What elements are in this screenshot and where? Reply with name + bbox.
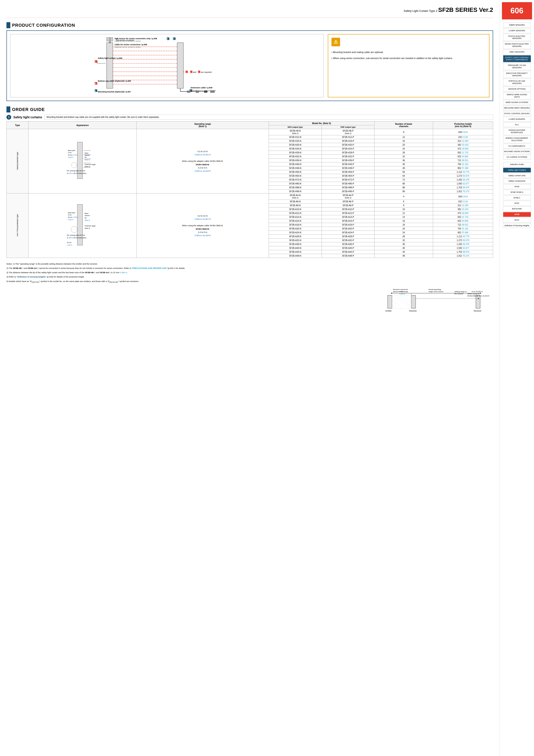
channels: 14 <box>374 215 433 219</box>
model-npn: SF2B-A40-N <box>268 246 322 250</box>
model-npn: SF2B-H24-N <box>268 147 322 151</box>
note-3: 3) The distance between the tip of the s… <box>7 271 493 274</box>
model-pnp: SF2B-H48-P <box>322 166 374 170</box>
sidebar-item-fa[interactable]: FA COMPONENTS <box>503 144 531 148</box>
sidebar-item-sf4d[interactable]: SF4D <box>503 184 531 189</box>
svg-text:40 mm 1.575 in: 40 mm 1.575 in <box>68 217 78 218</box>
sidebar-item-energy[interactable]: ENERGY MANAGEMENT SOLUTIONS <box>503 136 531 143</box>
sidebar-item-micro[interactable]: MICRO PHOTO-ELECTRIC SENSORS <box>503 41 531 49</box>
svg-text:2: 2 <box>190 71 191 73</box>
col-height: Protective height(mm in) (Note 4) <box>433 122 493 129</box>
model-pnp: SF2B-H24-P <box>322 147 374 151</box>
model-pnp: SF2B-A12-P <box>322 211 374 215</box>
model-pnp: SF2B-H28-P <box>322 151 374 155</box>
svg-text:placed in this range: placed in this range <box>393 291 408 293</box>
model-npn: SF2B-H28-N <box>268 151 322 155</box>
svg-rect-13 <box>107 38 113 41</box>
order-table: Type Appearance Operating range(Note 1) … <box>7 121 493 258</box>
sidebar-item-laser[interactable]: LASER SENSORS <box>503 28 531 33</box>
svg-text:Protective height: Protective height <box>85 225 95 227</box>
sidebar-item-sf2c[interactable]: SF2C <box>503 218 531 223</box>
svg-rect-95 <box>476 295 480 308</box>
model-pnp: SF2B-A48-P <box>322 254 374 258</box>
sidebar-item-safety-control-units[interactable]: Safety Control Units <box>503 173 531 178</box>
range-diagram-svg: Emitter Receiver Receiver <box>386 287 493 315</box>
svg-text:Setting range of: Setting range of <box>454 291 467 293</box>
sidebar-item-sensor-options[interactable]: SENSOR OPTIONS <box>503 87 531 92</box>
model-pnp: SF2B-H80-P <box>322 182 374 186</box>
channels: 40 <box>374 162 433 166</box>
model-pnp: SF2B-H20-P <box>322 143 374 147</box>
svg-text:the receiver: the receiver <box>454 293 463 295</box>
sidebar-item-safety-curtain[interactable]: SAFETY LIGHT CURTAIN / SAFETY COMPONENTS <box>503 55 531 63</box>
svg-text:6 mm: 6 mm <box>68 152 72 153</box>
channels: 16 <box>374 219 433 223</box>
model-pnp: SF2B-A14-P <box>322 215 374 219</box>
channels: 96 <box>374 190 433 194</box>
height: 1,112 43.779 <box>433 235 493 238</box>
sidebar-item-particular[interactable]: PARTICULAR USE SENSORS <box>503 79 531 86</box>
svg-text:channel: channel <box>85 215 90 216</box>
config-diagram: ⑥ Sub-sensor connector 1 <box>10 34 323 97</box>
height: 552 21.732 <box>433 151 493 155</box>
svg-text:(Note 3): (Note 3) <box>85 159 90 161</box>
col-op-range: Operating range(Note 1) <box>137 122 269 129</box>
sidebar-item-laser-markers[interactable]: LASER MARKERS <box>503 117 531 122</box>
channels: 8 <box>374 203 433 207</box>
sidebar-item-measurement[interactable]: MEASURE-MENT SENSORS <box>503 106 531 111</box>
height: 1,112 43.779 <box>433 170 493 174</box>
svg-text:13 m 42.651 ft: 13 m 42.651 ft <box>471 291 483 293</box>
svg-text:6 mm: 6 mm <box>68 214 72 216</box>
page-header: Safety Light Curtain Type 2 SF2B SERIES … <box>7 4 493 18</box>
sidebar-item-definition[interactable]: Definition of Sensing Heights <box>503 223 531 228</box>
model-pnp: SF2B-A28-P <box>322 235 374 238</box>
svg-rect-75 <box>77 204 83 245</box>
height: 312 12.283 <box>433 139 493 143</box>
svg-rect-91 <box>388 295 392 308</box>
sidebar-item-simple-wire[interactable]: SIMPLE WIRE-SAVING UNITS <box>503 92 531 99</box>
sidebar-item-wire-saving[interactable]: WIRE-SAVING SYSTEMS <box>503 100 531 105</box>
sidebar-item-inductive[interactable]: INDUCTIVE PROXIMITY SENSORS <box>503 71 531 78</box>
height: 232 9.134 <box>433 135 493 139</box>
svg-text:SF2B-CB05-B: 5 m 16.404 ft: SF2B-CB05-B: 5 m 16.404 ft <box>467 295 490 297</box>
config-note-1: • Mounting bracket and mating cable are … <box>331 50 486 55</box>
model-pnp: SF2B-H88-P <box>322 186 374 190</box>
sidebar-item-hmi[interactable]: HUMAN MACHINE INTERFACES <box>503 128 531 135</box>
svg-text:1.024 in: 1.024 in <box>67 244 72 246</box>
svg-marker-106 <box>480 293 481 294</box>
sidebar-item-fiber[interactable]: FIBER SENSORS <box>503 23 531 28</box>
sidebar-item-uv[interactable]: UV CURING SYSTEMS <box>503 155 531 160</box>
model-npn: SF2B-H88-N <box>268 186 322 190</box>
sidebar-item-safety-light-curtains[interactable]: Safety Light Curtains <box>503 168 531 173</box>
sidebar-item-static[interactable]: STATIC CONTROL DEVICES <box>503 111 531 116</box>
model-pnp: SF2B-H96-P <box>322 190 374 194</box>
svg-text:Protective height: Protective height <box>85 164 95 166</box>
svg-text:3: 3 <box>198 71 199 73</box>
svg-text:(Note 4): (Note 4) <box>85 166 90 168</box>
channels: 56 <box>374 170 433 174</box>
sidebar-item-photo[interactable]: PHOTO-ELECTRIC SENSORS <box>503 34 531 41</box>
svg-text:Extension cable / p.608: Extension cable / p.608 <box>191 87 213 89</box>
sidebar-item-sf4c[interactable]: SF4C <box>503 201 531 206</box>
height: 1,912 75.275 <box>433 254 493 258</box>
sidebar-item-machine-vision[interactable]: MACHINE VISION SYSTEMS <box>503 149 531 154</box>
sidebar-item-sf4b[interactable]: SF4B/ SF4B-G <box>503 190 531 195</box>
sidebar-item-selection-guide[interactable]: Selection Guide <box>503 162 531 167</box>
col-pnp: PNP output type <box>322 125 374 129</box>
height: 632 24.882 <box>433 155 493 159</box>
svg-line-99 <box>396 295 411 306</box>
model-npn: SF2B-A8-N <box>268 203 322 207</box>
svg-text:1: 1 <box>95 61 96 63</box>
model-npn: SF2B-H8-N(Note 2) <box>268 129 322 135</box>
model-npn: SF2B-H48-N <box>268 166 322 170</box>
height: 792 31.181 <box>433 162 493 166</box>
sidebar-item-plc[interactable]: PLC <box>503 122 531 127</box>
sidebar-item-bsf4ah80[interactable]: BSF4AH80 <box>503 206 531 211</box>
sidebar-item-sf4b-c[interactable]: SF4B-C <box>503 195 531 201</box>
svg-line-103 <box>392 300 403 308</box>
sidebar-item-area[interactable]: AREA SENSORS <box>503 49 531 55</box>
model-npn: SF2B-A14-N <box>268 215 322 219</box>
sidebar-item-sf2b[interactable]: SF2B <box>503 212 531 217</box>
sidebar-item-pressure[interactable]: PRESSURE / FLOW SENSORS <box>503 63 531 70</box>
sidebar-item-safety-components[interactable]: Safety Components <box>503 178 531 183</box>
